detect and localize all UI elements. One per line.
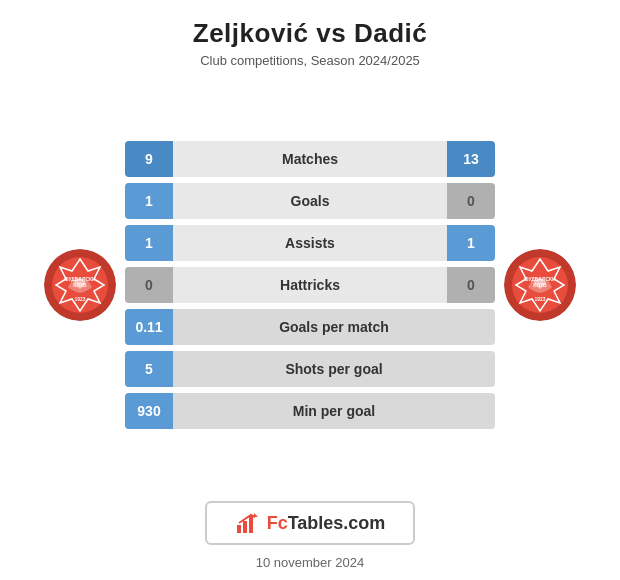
- matches-left-value: 9: [125, 141, 173, 177]
- shots-per-goal-value: 5: [125, 351, 173, 387]
- matches-right-value: 13: [447, 141, 495, 177]
- svg-rect-13: [243, 521, 247, 533]
- stat-row-assists: 1 Assists 1: [125, 225, 495, 261]
- header: Zeljković vs Dadić Club competitions, Se…: [0, 0, 620, 74]
- goals-per-match-value: 0.11: [125, 309, 173, 345]
- right-club-logo-container: ФУДБАЛСКИ КЛУБ 1923: [495, 249, 585, 321]
- assists-label: Assists: [173, 235, 447, 251]
- match-subtitle: Club competitions, Season 2024/2025: [20, 53, 600, 68]
- right-club-badge: ФУДБАЛСКИ КЛУБ 1923: [504, 249, 576, 321]
- watermark-box: FcTables.com: [205, 501, 416, 545]
- stat-row-goals-per-match: 0.11 Goals per match: [125, 309, 495, 345]
- watermark-container: FcTables.com: [0, 495, 620, 549]
- svg-text:КЛУБ: КЛУБ: [533, 282, 547, 288]
- assists-left-value: 1: [125, 225, 173, 261]
- watermark-rest: Tables.com: [288, 513, 386, 533]
- stat-row-shots-per-goal: 5 Shots per goal: [125, 351, 495, 387]
- svg-rect-14: [249, 517, 253, 533]
- assists-right-value: 1: [447, 225, 495, 261]
- hattricks-right-value: 0: [447, 267, 495, 303]
- min-per-goal-label: Min per goal: [173, 403, 495, 419]
- stat-row-matches: 9 Matches 13: [125, 141, 495, 177]
- footer-date: 10 november 2024: [256, 549, 364, 580]
- match-title: Zeljković vs Dadić: [20, 18, 600, 49]
- goals-right-value: 0: [447, 183, 495, 219]
- goals-label: Goals: [173, 193, 447, 209]
- left-club-badge: ФУДБАЛСКИ КЛУБ 1923: [44, 249, 116, 321]
- hattricks-left-value: 0: [125, 267, 173, 303]
- shots-per-goal-label: Shots per goal: [173, 361, 495, 377]
- left-badge-svg: ФУДБАЛСКИ КЛУБ 1923: [44, 249, 116, 321]
- left-club-logo-container: ФУДБАЛСКИ КЛУБ 1923: [35, 249, 125, 321]
- matches-label: Matches: [173, 151, 447, 167]
- goals-per-match-label: Goals per match: [173, 319, 495, 335]
- fctables-icon: [235, 511, 259, 535]
- svg-text:1923: 1923: [534, 296, 545, 302]
- watermark-text: FcTables.com: [267, 513, 386, 534]
- stat-row-goals: 1 Goals 0: [125, 183, 495, 219]
- watermark-brand: Fc: [267, 513, 288, 533]
- svg-marker-15: [254, 513, 258, 517]
- hattricks-label: Hattricks: [173, 277, 447, 293]
- stats-panel: 9 Matches 13 1 Goals 0 1 Assists 1 0 Hat…: [125, 141, 495, 429]
- main-content: ФУДБАЛСКИ КЛУБ 1923 9 Matches 13 1 Goals…: [0, 74, 620, 495]
- stat-row-hattricks: 0 Hattricks 0: [125, 267, 495, 303]
- stat-row-min-per-goal: 930 Min per goal: [125, 393, 495, 429]
- right-badge-svg: ФУДБАЛСКИ КЛУБ 1923: [504, 249, 576, 321]
- svg-text:1923: 1923: [74, 296, 85, 302]
- svg-rect-12: [237, 525, 241, 533]
- goals-left-value: 1: [125, 183, 173, 219]
- min-per-goal-value: 930: [125, 393, 173, 429]
